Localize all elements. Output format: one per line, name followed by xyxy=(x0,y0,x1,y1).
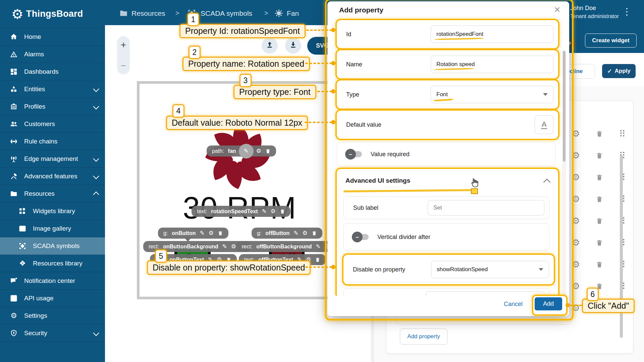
advanced-ui-settings-title: Advanced UI settings xyxy=(345,177,410,184)
thingsboard-logo[interactable]: ⚙ ThingsBoard xyxy=(0,0,105,28)
upload-button[interactable] xyxy=(262,38,278,54)
edge-management-icon xyxy=(9,155,18,163)
type-select[interactable]: Font xyxy=(431,86,553,103)
default-value-label: Default value xyxy=(346,121,381,128)
folder-icon xyxy=(9,189,18,198)
gear-icon[interactable]: ⚙ xyxy=(303,230,308,236)
trash-icon[interactable] xyxy=(315,257,320,263)
sidebar-item-dashboards[interactable]: Dashboards xyxy=(0,63,105,80)
callout-badge-2: 2 xyxy=(189,46,201,59)
edit-icon[interactable]: ✎ xyxy=(262,208,267,214)
tag-on-button: g:onButton ✎ ⚙ xyxy=(158,228,228,239)
gear-icon[interactable]: ⚙ xyxy=(572,129,580,138)
add-button[interactable]: Add xyxy=(535,297,562,310)
chevron-down-icon xyxy=(93,103,99,109)
zoom-in-button[interactable]: + xyxy=(121,41,126,49)
edit-icon[interactable]: ✎ xyxy=(239,144,254,159)
edit-icon[interactable]: ✎ xyxy=(222,244,227,249)
trash-icon[interactable] xyxy=(280,208,285,215)
callout-connector-6 xyxy=(570,305,582,306)
font-format-button[interactable]: A xyxy=(535,115,553,134)
gear-icon[interactable]: ⚙ xyxy=(572,238,580,247)
dialog-title: Add property xyxy=(339,6,383,14)
gear-icon[interactable]: ⚙ xyxy=(256,148,261,154)
image-gallery-icon xyxy=(18,224,27,233)
trash-icon[interactable] xyxy=(596,260,603,269)
field-row-value-required: – Value required xyxy=(337,142,555,166)
value-required-label: Value required xyxy=(371,151,410,158)
trash-icon[interactable] xyxy=(312,230,317,236)
field-row-id: Id rotationSpeedFont xyxy=(335,19,559,50)
id-input[interactable]: rotationSpeedFont xyxy=(431,25,553,43)
breadcrumb-resources[interactable]: Resources xyxy=(131,9,165,17)
tag-path-fan: path:fan ✎ ⚙ xyxy=(207,145,276,157)
gear-icon[interactable]: ⚙ xyxy=(209,230,214,236)
sidebar-item-alarms[interactable]: Alarms xyxy=(0,46,105,63)
gear-icon[interactable]: ⚙ xyxy=(572,282,580,291)
value-required-toggle[interactable]: – xyxy=(346,151,362,157)
sidebar-item-edge-management[interactable]: Edge management xyxy=(0,150,105,168)
trash-icon[interactable] xyxy=(596,195,603,203)
gear-icon[interactable]: ⚙ xyxy=(572,217,580,226)
gear-icon[interactable]: ⚙ xyxy=(572,173,580,182)
screen: ⚙ ThingsBoard Home Alarms Dashboards Ent… xyxy=(0,0,644,362)
trash-icon[interactable] xyxy=(596,173,603,182)
sidebar-item-rule-chains[interactable]: Rule chains xyxy=(0,133,105,150)
sidebar-item-widgets-library[interactable]: Widgets library xyxy=(0,202,105,220)
sidebar-item-scada-symbols[interactable]: SCADA symbols xyxy=(0,237,105,255)
breadcrumb-scada-symbols[interactable]: SCADA symbols xyxy=(201,9,252,17)
sidebar-item-notification-center[interactable]: Notification center xyxy=(0,272,105,290)
annotation-marker xyxy=(343,189,478,192)
callout-label-1: Property Id: rotationSpeedFont xyxy=(179,24,306,38)
sub-label-input[interactable] xyxy=(428,200,544,216)
trash-icon[interactable] xyxy=(596,239,603,247)
gear-icon[interactable]: ⚙ xyxy=(572,151,580,160)
id-label: Id xyxy=(346,31,351,38)
apply-button[interactable]: ✓ Apply xyxy=(602,64,636,78)
callout-connector-4 xyxy=(305,122,332,123)
sidebar-item-resources-library[interactable]: ❖ Resources library xyxy=(0,255,105,272)
toggle-knob: – xyxy=(345,149,356,160)
sidebar-item-customers[interactable]: Customers xyxy=(0,115,105,133)
sidebar-item-settings[interactable]: ⚙ Settings xyxy=(0,307,105,324)
disable-on-property-select[interactable]: showRotationSpeed xyxy=(431,261,549,278)
name-input[interactable]: Rotation speed xyxy=(431,56,553,73)
collapse-chevron-icon[interactable] xyxy=(543,179,550,186)
sidebar-item-security[interactable]: Security xyxy=(0,324,105,342)
trash-icon[interactable] xyxy=(596,217,603,225)
sidebar-item-profiles[interactable]: Profiles xyxy=(0,98,105,115)
sidebar-item-resources[interactable]: Resources xyxy=(0,185,105,202)
gear-icon[interactable]: ⚙ xyxy=(231,244,236,249)
edit-icon[interactable]: ✎ xyxy=(200,230,204,236)
user-name: John Doe xyxy=(570,5,596,12)
close-icon[interactable]: × xyxy=(554,4,560,15)
kebab-menu-icon[interactable]: ⋮ xyxy=(622,6,632,17)
trash-icon[interactable] xyxy=(596,152,603,160)
trash-icon[interactable] xyxy=(265,148,271,154)
resources-library-icon: ❖ xyxy=(18,259,27,268)
field-row-disable-on-property: Disable on property showRotationSpeed xyxy=(342,253,555,286)
edit-icon[interactable]: ✎ xyxy=(316,244,320,249)
download-button[interactable] xyxy=(285,38,301,54)
gear-icon[interactable]: ⚙ xyxy=(271,208,276,214)
cancel-button[interactable]: Cancel xyxy=(504,301,523,308)
trash-icon[interactable] xyxy=(218,230,223,236)
gear-icon[interactable]: ⚙ xyxy=(572,260,580,269)
dialog-scrollbar-thumb[interactable] xyxy=(563,51,566,162)
sidebar-item-image-gallery[interactable]: Image gallery xyxy=(0,220,105,237)
check-icon: ✓ xyxy=(607,68,612,75)
zoom-out-button[interactable]: − xyxy=(121,62,126,70)
drag-handle-icon[interactable]: ⠿ xyxy=(619,129,626,139)
create-widget-button[interactable]: Create widget xyxy=(585,34,637,48)
add-property-button[interactable]: Add property xyxy=(400,328,447,345)
gear-icon[interactable]: ⚙ xyxy=(572,195,580,204)
trash-icon[interactable] xyxy=(596,130,603,138)
vertical-divider-toggle[interactable]: – xyxy=(353,234,369,240)
sidebar-item-advanced-features[interactable]: Advanced features xyxy=(0,168,105,185)
entities-icon xyxy=(9,85,18,94)
sidebar-item-api-usage[interactable]: API usage xyxy=(0,290,105,307)
edit-icon[interactable]: ✎ xyxy=(293,230,298,236)
sidebar-item-home[interactable]: Home xyxy=(0,28,105,46)
sidebar-item-entities[interactable]: Entities xyxy=(0,80,105,98)
callout-badge-6: 6 xyxy=(587,288,599,301)
